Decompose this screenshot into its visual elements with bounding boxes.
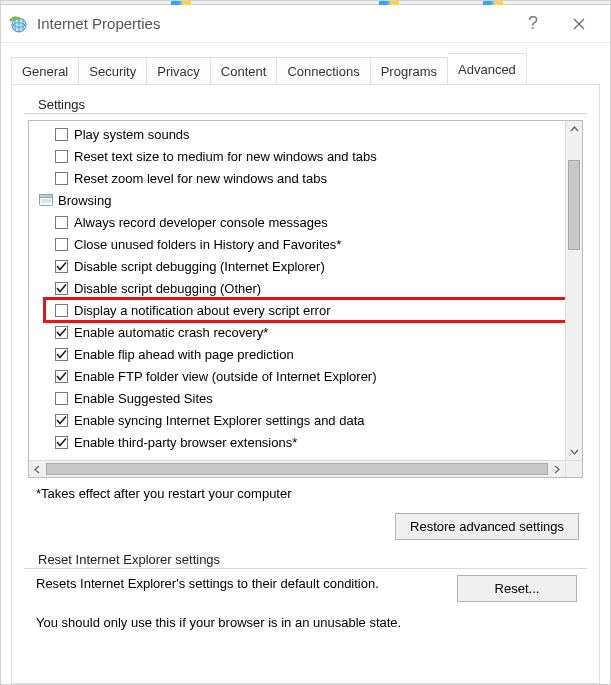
svg-rect-2 — [40, 195, 53, 198]
checkbox[interactable] — [55, 216, 68, 229]
settings-item[interactable]: Close unused folders in History and Favo… — [39, 233, 565, 255]
settings-item[interactable]: Enable syncing Internet Explorer setting… — [39, 409, 565, 431]
scroll-corner — [565, 461, 582, 477]
tab-row: General Security Privacy Content Connect… — [11, 53, 600, 84]
checkbox[interactable] — [55, 370, 68, 383]
checkbox[interactable] — [55, 128, 68, 141]
internet-properties-window: Internet Properties ? General Security P… — [0, 0, 611, 685]
hscroll-thumb[interactable] — [46, 463, 548, 475]
scroll-track[interactable] — [566, 138, 582, 443]
hscroll-track[interactable] — [46, 461, 548, 477]
settings-item[interactable]: Enable flip ahead with page prediction — [39, 343, 565, 365]
reset-description: Resets Internet Explorer's settings to t… — [36, 575, 439, 593]
scroll-down-arrow-icon[interactable] — [566, 443, 582, 460]
category-label: Browsing — [58, 193, 111, 208]
tab-general[interactable]: General — [11, 57, 79, 85]
close-icon — [573, 18, 585, 30]
checkbox[interactable] — [55, 326, 68, 339]
checkbox[interactable] — [55, 392, 68, 405]
settings-group: Settings Play system soundsReset text si… — [24, 103, 587, 550]
scroll-thumb[interactable] — [568, 160, 580, 250]
settings-item-label: Play system sounds — [74, 127, 190, 142]
settings-item-label: Display a notification about every scrip… — [74, 303, 331, 318]
window-title: Internet Properties — [37, 15, 510, 32]
help-button[interactable]: ? — [510, 5, 556, 43]
checkbox[interactable] — [55, 436, 68, 449]
checkbox[interactable] — [55, 150, 68, 163]
tab-advanced[interactable]: Advanced — [448, 53, 527, 84]
settings-item[interactable]: Enable Suggested Sites — [39, 387, 565, 409]
restore-advanced-settings-button[interactable]: Restore advanced settings — [395, 513, 579, 540]
category-icon — [39, 194, 53, 206]
horizontal-scrollbar[interactable] — [29, 460, 582, 477]
reset-group-label: Reset Internet Explorer settings — [34, 552, 224, 567]
checkbox[interactable] — [55, 348, 68, 361]
tab-security[interactable]: Security — [79, 57, 147, 85]
settings-item-label: Reset zoom level for new windows and tab… — [74, 171, 327, 186]
checkbox[interactable] — [55, 304, 68, 317]
settings-category: Browsing — [39, 189, 565, 211]
tab-connections[interactable]: Connections — [277, 57, 370, 85]
settings-listbox: Play system soundsReset text size to med… — [28, 120, 583, 478]
settings-item-label: Reset text size to medium for new window… — [74, 149, 377, 164]
checkbox[interactable] — [55, 260, 68, 273]
settings-item-label: Disable script debugging (Internet Explo… — [74, 259, 325, 274]
settings-item[interactable]: Reset text size to medium for new window… — [39, 145, 565, 167]
titlebar: Internet Properties ? — [1, 5, 610, 43]
settings-item[interactable]: Always record developer console messages — [39, 211, 565, 233]
settings-item-label: Enable Suggested Sites — [74, 391, 213, 406]
settings-item-label: Enable flip ahead with page prediction — [74, 347, 294, 362]
checkbox[interactable] — [55, 238, 68, 251]
settings-item[interactable]: Play system sounds — [39, 123, 565, 145]
settings-item[interactable]: Enable third-party browser extensions* — [39, 431, 565, 453]
reset-warning: You should only use this if your browser… — [36, 614, 583, 632]
settings-item-label: Enable FTP folder view (outside of Inter… — [74, 369, 377, 384]
settings-group-label: Settings — [34, 97, 89, 112]
settings-footnote: *Takes effect after you restart your com… — [36, 486, 583, 501]
close-button[interactable] — [556, 5, 602, 43]
settings-item[interactable]: Disable script debugging (Other) — [39, 277, 565, 299]
settings-item-label: Enable third-party browser extensions* — [74, 435, 297, 450]
settings-item[interactable]: Reset zoom level for new windows and tab… — [39, 167, 565, 189]
settings-item[interactable]: Enable automatic crash recovery* — [39, 321, 565, 343]
settings-item-label: Close unused folders in History and Favo… — [74, 237, 341, 252]
reset-button[interactable]: Reset... — [457, 575, 577, 602]
settings-item-label: Disable script debugging (Other) — [74, 281, 261, 296]
settings-item[interactable]: Enable FTP folder view (outside of Inter… — [39, 365, 565, 387]
scroll-left-arrow-icon[interactable] — [29, 461, 46, 477]
internet-options-icon — [9, 14, 29, 34]
vertical-scrollbar[interactable] — [565, 121, 582, 460]
settings-item[interactable]: Disable script debugging (Internet Explo… — [39, 255, 565, 277]
settings-item-label: Always record developer console messages — [74, 215, 328, 230]
taskbar-hint — [1, 1, 610, 5]
settings-item-label: Enable automatic crash recovery* — [74, 325, 268, 340]
help-icon: ? — [528, 13, 538, 34]
checkbox[interactable] — [55, 282, 68, 295]
settings-item[interactable]: Display a notification about every scrip… — [39, 299, 565, 321]
advanced-tab-panel: Settings Play system soundsReset text si… — [11, 84, 600, 684]
scroll-up-arrow-icon[interactable] — [566, 121, 582, 138]
reset-group: Reset Internet Explorer settings Resets … — [24, 558, 587, 642]
scroll-right-arrow-icon[interactable] — [548, 461, 565, 477]
settings-item-label: Enable syncing Internet Explorer setting… — [74, 413, 365, 428]
tab-programs[interactable]: Programs — [371, 57, 448, 85]
settings-list-content[interactable]: Play system soundsReset text size to med… — [29, 121, 565, 460]
tab-privacy[interactable]: Privacy — [147, 57, 211, 85]
checkbox[interactable] — [55, 414, 68, 427]
checkbox[interactable] — [55, 172, 68, 185]
tab-content[interactable]: Content — [211, 57, 278, 85]
